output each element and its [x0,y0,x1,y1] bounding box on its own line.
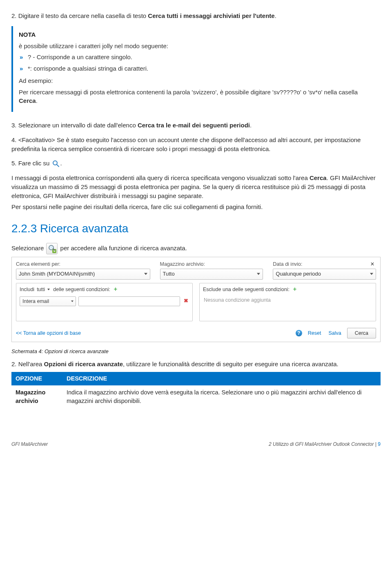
page-footer: GFI MailArchiver 2 Utilizzo di GFI MailA… [11,441,381,448]
step-2b-bold: Opzioni di ricerca avanzate [44,360,123,367]
note-example-pre: Per ricercare messaggi di posta elettron… [19,89,358,96]
note-item-1: ? - Corrisponde a un carattere singolo. [19,53,375,62]
step-2b: 2. Nell'area Opzioni di ricerca avanzate… [11,360,381,369]
step-2-post: . [275,12,276,19]
table-row: Magazzino archivio Indica il magazzino a… [11,385,381,408]
note-example-body: Per ricercare messaggi di posta elettron… [19,88,375,106]
footer-right: 2 Utilizzo di GFI MailArchiver Outlook C… [269,441,381,448]
note-example-label: Ad esempio: [19,76,375,85]
save-button[interactable]: Salva [327,329,343,337]
search-button[interactable]: Cerca [347,328,376,338]
help-icon[interactable]: ? [296,330,302,336]
include-conditions-box: Includi tutti delle seguenti condizioni:… [16,283,193,321]
step-3-pre: 3. Selezionare un intervallo di date dal… [11,122,138,129]
close-icon[interactable]: × [369,260,376,268]
include-post: delle seguenti condizioni: [53,286,110,293]
back-to-basic-link[interactable]: << Torna alle opzioni di base [16,329,296,337]
step-3: 3. Selezionare un intervallo di date dal… [11,121,381,130]
step-5-post: . [60,160,62,167]
svg-line-1 [57,165,59,167]
note-item-2: *: corrisponde a qualsiasi stringa di ca… [19,64,375,73]
table-header-description: DESCRIZIONE [62,372,381,385]
note-block: NOTA è possibile utilizzare i caratteri … [11,26,381,112]
option-description: Indica il magazzino archivio dove verrà … [62,385,381,408]
exclude-label: Esclude una delle seguenti condizioni: [203,286,290,293]
note-intro: è possibile utilizzare i caratteri jolly… [19,42,375,51]
advanced-search-icon: + [46,243,58,254]
advanced-search-panel: Cerca elementi per: John Smith (MYDOMAIN… [11,257,381,342]
results-p1-pre: I messaggi di posta elettronica corrispo… [11,174,310,181]
note-list: ? - Corrisponde a un carattere singolo. … [19,53,375,73]
footer-left: GFI MailArchiver [11,441,48,448]
include-field-select[interactable]: Intera email [20,296,76,306]
step-3-post: . [250,122,252,129]
results-paragraph-2: Per spostarsi nelle pagine dei risultati… [11,202,381,211]
include-value-input[interactable] [78,296,180,306]
search-for-label: Cerca elementi per: [16,260,150,268]
include-mode-select[interactable]: tutti [37,286,51,293]
footer-page-number: 9 [378,441,381,447]
results-paragraph-1: I messaggi di posta elettronica corrispo… [11,174,381,200]
step-4: 4. <Facoltativo> Se è stato eseguito l'a… [11,136,381,154]
step-2b-pre: 2. Nell'area [11,360,44,367]
exclude-conditions-box: Esclude una delle seguenti condizioni: +… [199,283,376,321]
section-title: 2.2.3 Ricerca avanzata [11,220,381,237]
step-2-bold: Cerca tutti i messaggi archiviati per l'… [148,12,274,19]
send-date-label: Data di invio: [273,260,376,268]
step-2: 2. Digitare il testo da cercare nella ca… [11,11,381,20]
exclude-placeholder: Nessuna condizione aggiunta [203,295,372,311]
step-5: 5. Fare clic su . [11,159,381,168]
archive-store-select[interactable]: Tutto [160,269,263,280]
archive-store-label: Magazzino archivio: [160,260,263,268]
include-pre: Includi [20,286,34,293]
note-example-post: . [36,97,38,104]
footer-right-text: 2 Utilizzo di GFI MailArchiver Outlook C… [269,441,374,447]
table-header-option: OPZIONE [11,372,62,385]
magnifier-icon [52,160,60,167]
figure-caption: Schermata 4: Opzioni di ricerca avanzate [11,348,381,356]
option-name: Magazzino archivio [11,385,62,408]
advanced-intro-post: per accedere alla funzione di ricerca av… [58,245,187,251]
step-5-pre: 5. Fare clic su [11,160,51,167]
results-p1-bold: Cerca [310,174,327,181]
add-exclude-condition-icon[interactable]: + [292,287,298,292]
step-2-pre: 2. Digitare il testo da cercare nella ca… [11,12,148,19]
note-example-bold: Cerca [19,97,36,104]
advanced-intro: Selezionare + per accedere alla funzione… [11,243,381,254]
step-3-bold: Cerca tra le e-mail dei seguenti periodi [138,122,250,129]
note-title: NOTA [19,30,375,39]
reset-button[interactable]: Reset [306,329,323,337]
send-date-select[interactable]: Qualunque periodo [273,269,376,280]
add-include-condition-icon[interactable]: + [113,287,118,292]
search-for-select[interactable]: John Smith (MYDOMAIN\jsmith) [16,269,150,280]
remove-condition-icon[interactable]: ✖ [183,297,189,305]
options-table: OPZIONE DESCRIZIONE Magazzino archivio I… [11,372,381,408]
footer-sep: | [374,441,378,447]
step-2b-post: , utilizzare le funzionalità descritte d… [123,360,339,367]
advanced-intro-pre: Selezionare [11,245,45,251]
